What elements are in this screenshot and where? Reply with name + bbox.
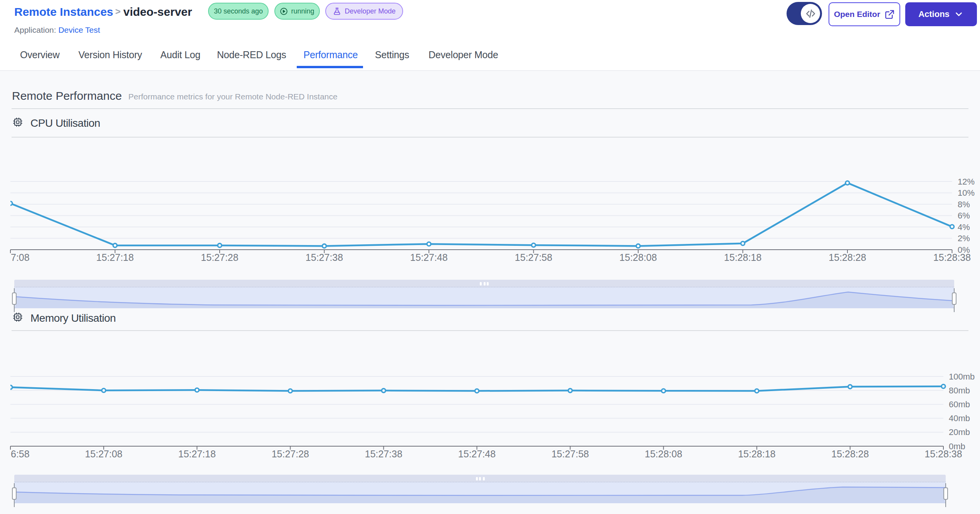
svg-text:6:58: 6:58 [11,448,30,459]
svg-text:15:27:38: 15:27:38 [306,252,343,263]
svg-text:10%: 10% [958,188,975,198]
svg-text:15:27:08: 15:27:08 [85,448,122,459]
svg-text:6%: 6% [958,211,970,220]
svg-text:15:27:38: 15:27:38 [365,448,402,459]
svg-text:15:27:18: 15:27:18 [178,448,216,459]
svg-text:15:28:08: 15:28:08 [645,448,682,459]
svg-text:15:27:48: 15:27:48 [410,252,447,263]
svg-text:15:27:28: 15:27:28 [272,448,309,459]
svg-text:4%: 4% [958,222,970,232]
svg-text:20mb: 20mb [949,427,970,437]
svg-text:15:28:38: 15:28:38 [925,448,962,459]
svg-text:60mb: 60mb [949,400,970,409]
svg-text:15:28:28: 15:28:28 [831,448,869,459]
svg-text:100mb: 100mb [949,372,975,381]
svg-text:40mb: 40mb [949,413,970,423]
svg-text:15:28:18: 15:28:18 [724,252,761,263]
svg-text:15:28:08: 15:28:08 [619,252,657,263]
svg-text:15:27:58: 15:27:58 [551,448,589,459]
svg-text:15:28:18: 15:28:18 [738,448,775,459]
svg-text:80mb: 80mb [949,386,970,395]
svg-text:15:27:58: 15:27:58 [515,252,552,263]
svg-text:7:08: 7:08 [11,252,30,263]
svg-text:12%: 12% [958,177,975,186]
svg-text:15:28:38: 15:28:38 [933,252,971,263]
svg-text:15:28:28: 15:28:28 [829,252,866,263]
svg-text:15:27:28: 15:27:28 [201,252,238,263]
svg-text:2%: 2% [958,233,970,243]
svg-text:8%: 8% [958,200,970,209]
svg-text:15:27:18: 15:27:18 [96,252,134,263]
svg-text:15:27:48: 15:27:48 [458,448,496,459]
